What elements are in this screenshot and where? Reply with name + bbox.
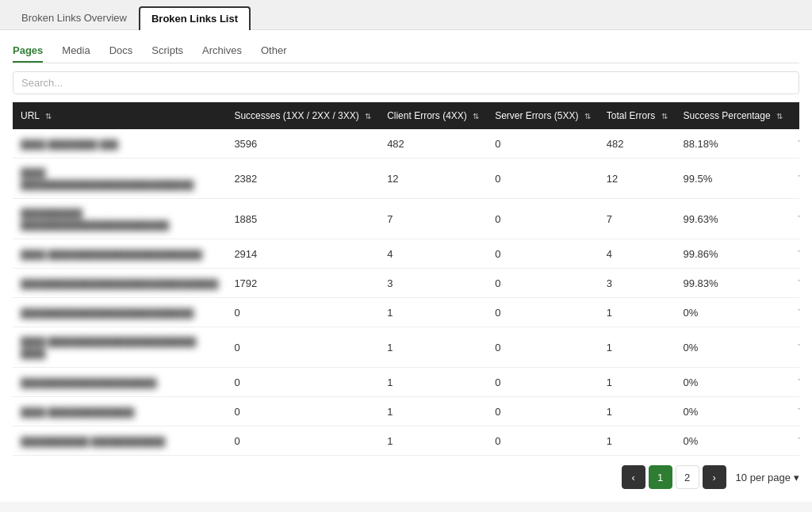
url-cell: ██████████ ████████████████████████	[13, 199, 226, 239]
table-row: ██████████████████████01010%View Details…	[13, 368, 799, 397]
sort-icon: ⇅	[473, 112, 479, 120]
col-header-clientErrors[interactable]: Client Errors (4XX) ⇅	[379, 102, 487, 129]
clientErrors-cell: 482	[379, 129, 487, 159]
top-tab-overview[interactable]: Broken Links Overview	[10, 6, 139, 29]
broken-links-table-container: URL ⇅Successes (1XX / 2XX / 3XX) ⇅Client…	[13, 102, 799, 456]
table-row: ████ ██████████████01010%View Details···	[13, 397, 799, 426]
sub-tab-pages[interactable]: Pages	[13, 40, 43, 63]
url-cell: ███████████ ████████████	[13, 426, 226, 456]
page-button-2[interactable]: 2	[676, 465, 699, 489]
view-details-button[interactable]: View Details	[799, 407, 799, 418]
url-cell: ████ ████████████████████████████	[13, 159, 226, 199]
successes-cell: 0	[226, 327, 379, 368]
successPct-cell: 99.63%	[676, 199, 791, 239]
successes-cell: 2914	[226, 239, 379, 269]
successPct-cell: 0%	[676, 397, 791, 426]
col-header-actions	[791, 102, 799, 129]
url-text: ██████████████████████	[21, 378, 156, 388]
sub-tab-other[interactable]: Other	[261, 40, 287, 63]
totalErrors-cell: 482	[599, 129, 676, 159]
successPct-cell: 0%	[676, 327, 791, 368]
top-tab-list[interactable]: Broken Links List	[139, 6, 251, 30]
col-header-successPct[interactable]: Success Percentage ⇅	[676, 102, 791, 129]
totalErrors-cell: 1	[599, 397, 676, 426]
view-details-cell: View Details	[791, 199, 799, 239]
search-bar	[13, 71, 799, 94]
successes-cell: 1885	[226, 199, 379, 239]
col-header-url[interactable]: URL ⇅	[13, 102, 226, 129]
col-header-serverErrors[interactable]: Server Errors (5XX) ⇅	[487, 102, 599, 129]
page-button-1[interactable]: 1	[649, 465, 672, 489]
successes-cell: 0	[226, 368, 379, 397]
successPct-cell: 99.83%	[676, 269, 791, 298]
url-cell: ████ ██████████████	[13, 397, 226, 426]
view-details-cell: View Details	[791, 239, 799, 269]
url-text: ████ █████████████████████████	[21, 250, 202, 259]
totalErrors-cell: 1	[599, 327, 676, 368]
successPct-cell: 0%	[676, 426, 791, 456]
clientErrors-cell: 1	[379, 368, 487, 397]
successPct-cell: 88.18%	[676, 129, 791, 159]
totalErrors-cell: 7	[599, 199, 676, 239]
url-cell: ████████████████████████████████	[13, 269, 226, 298]
view-details-button[interactable]: View Details	[799, 377, 799, 388]
successPct-cell: 0%	[676, 368, 791, 397]
col-header-totalErrors[interactable]: Total Errors ⇅	[599, 102, 676, 129]
view-details-button[interactable]: View Details	[799, 342, 799, 353]
url-text: ████████████████████████████████	[21, 279, 218, 288]
sub-tab-archives[interactable]: Archives	[202, 40, 242, 63]
successes-cell: 0	[226, 426, 379, 456]
table-header: URL ⇅Successes (1XX / 2XX / 3XX) ⇅Client…	[13, 102, 799, 129]
per-page-selector[interactable]: 10 per page ▾	[736, 472, 799, 483]
next-page-button[interactable]: ›	[703, 465, 726, 489]
broken-links-table: URL ⇅Successes (1XX / 2XX / 3XX) ⇅Client…	[13, 102, 799, 456]
view-details-button[interactable]: View Details	[799, 174, 799, 185]
url-cell: ████ ████████ ███	[13, 129, 226, 159]
view-details-cell: View Details	[791, 298, 799, 327]
pagination: ‹ 12 › 10 per page ▾	[13, 456, 799, 492]
per-page-chevron-icon: ▾	[794, 472, 799, 483]
serverErrors-cell: 0	[487, 129, 599, 159]
serverErrors-cell: 0	[487, 327, 599, 368]
totalErrors-cell: 1	[599, 368, 676, 397]
table-row: ████ ████████ ███3596482048288.18%View D…	[13, 129, 799, 159]
url-cell: ████ █████████████████████████	[13, 239, 226, 269]
view-details-cell: View Details	[791, 368, 799, 397]
url-text: ██████████ ████████████████████████	[21, 208, 169, 230]
clientErrors-cell: 1	[379, 397, 487, 426]
view-details-button[interactable]: View Details	[799, 436, 799, 447]
successes-cell: 0	[226, 397, 379, 426]
view-details-button[interactable]: View Details	[799, 214, 799, 225]
table-body: ████ ████████ ███3596482048288.18%View D…	[13, 129, 799, 456]
view-details-button[interactable]: View Details	[799, 249, 799, 260]
successes-cell: 1792	[226, 269, 379, 298]
url-text: ████ ████████████████████████████	[21, 168, 193, 189]
serverErrors-cell: 0	[487, 239, 599, 269]
sub-tab-media[interactable]: Media	[62, 40, 90, 63]
main-content: PagesMediaDocsScriptsArchivesOther URL ⇅…	[0, 30, 812, 502]
serverErrors-cell: 0	[487, 199, 599, 239]
sub-tab-docs[interactable]: Docs	[109, 40, 133, 63]
clientErrors-cell: 4	[379, 239, 487, 269]
table-row: ██████████ ████████████████████████18857…	[13, 199, 799, 239]
successes-cell: 0	[226, 298, 379, 327]
sort-icon: ⇅	[365, 112, 371, 120]
view-details-cell: View Details	[791, 159, 799, 199]
view-details-button[interactable]: View Details	[799, 308, 799, 319]
search-input[interactable]	[13, 71, 799, 94]
view-details-button[interactable]: View Details	[799, 139, 799, 150]
sub-tab-scripts[interactable]: Scripts	[151, 40, 183, 63]
top-tabs-container: Broken Links OverviewBroken Links List	[0, 0, 812, 30]
clientErrors-cell: 3	[379, 269, 487, 298]
view-details-cell: View Details	[791, 426, 799, 456]
prev-page-button[interactable]: ‹	[622, 465, 645, 489]
view-details-button[interactable]: View Details	[799, 278, 799, 289]
clientErrors-cell: 7	[379, 199, 487, 239]
col-header-successes[interactable]: Successes (1XX / 2XX / 3XX) ⇅	[226, 102, 379, 129]
successPct-cell: 99.86%	[676, 239, 791, 269]
totalErrors-cell: 1	[599, 298, 676, 327]
successPct-cell: 0%	[676, 298, 791, 327]
totalErrors-cell: 12	[599, 159, 676, 199]
serverErrors-cell: 0	[487, 426, 599, 456]
table-row: ████████████████████████████01010%View D…	[13, 298, 799, 327]
